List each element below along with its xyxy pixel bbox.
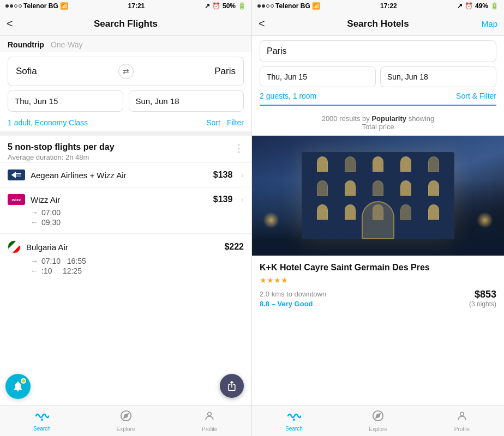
status-bar-right: Telenor BG 📶 17:22 ↗ ⏰ 49% 🔋 [252, 0, 504, 12]
tab-bar-right: Search Explore Profile [252, 405, 504, 436]
flights-count: 5 non-stop flights per day [8, 142, 115, 152]
hotel-price: $853 (3 nights) [469, 289, 496, 308]
tab-search-left[interactable]: Search [0, 406, 84, 436]
destination-city[interactable]: Paris [134, 66, 236, 77]
time-depart-3: 07:10 16:55 [41, 257, 86, 265]
compass-icon-right [372, 410, 384, 425]
left-phone: Telenor BG 📶 17:21 ↗ ⏰ 50% 🔋 < Search Fl… [0, 0, 252, 436]
battery-left: 50% [223, 2, 236, 10]
tab-bar-left: Search Explore Profile [0, 405, 251, 436]
notification-button[interactable] [5, 374, 31, 399]
svg-marker-6 [376, 414, 380, 418]
checkout-date[interactable]: Sun, Jun 18 [380, 66, 496, 87]
hotel-image-inner [252, 136, 504, 256]
map-button[interactable]: Map [482, 19, 497, 28]
tab-explore-label-right: Explore [369, 426, 387, 432]
signal-dots-right [257, 4, 274, 8]
svg-marker-2 [124, 414, 128, 418]
wifi-icon-right: 📶 [312, 2, 320, 10]
filters-row: 1 adult, Economy Class Sort Filter [0, 116, 251, 131]
airline-logo-bulgaria [8, 240, 21, 253]
return-date[interactable]: Sun, Jun 18 [129, 90, 244, 112]
airline-logo-wizz: wizz [8, 194, 25, 205]
flight-times-3: →07:10 16:55 ←:10 12:25 [8, 257, 244, 275]
dot4 [19, 4, 22, 8]
airline-name-3: Bulgaria Air [26, 243, 219, 252]
tab-search-right[interactable]: Search [252, 406, 336, 436]
route-row[interactable]: Sofia ⇄ Paris [8, 57, 244, 86]
filter-buttons: Sort Filter [206, 118, 244, 127]
flight-price-1: $138 [213, 170, 233, 180]
building [302, 152, 454, 239]
hotel-filters-row: 2 guests, 1 room Sort & Filter [260, 92, 496, 106]
checkin-date[interactable]: Thu, Jun 15 [260, 66, 376, 87]
sort-button[interactable]: Sort [206, 118, 220, 127]
tab-profile-right[interactable]: Profile [420, 406, 504, 436]
time-return-3: :10 12:25 [41, 267, 82, 275]
filter-button[interactable]: Filter [227, 118, 244, 127]
tab-profile-left[interactable]: Profile [167, 406, 251, 436]
dot3 [14, 4, 17, 8]
depart-date[interactable]: Thu, Jun 15 [8, 90, 123, 112]
person-icon-right [457, 410, 467, 425]
guests-label[interactable]: 2 guests, 1 room [260, 92, 316, 100]
origin-city[interactable]: Sofia [16, 66, 118, 77]
sort-filter-button[interactable]: Sort & Filter [456, 92, 496, 100]
svg-point-4 [293, 419, 295, 421]
hotel-card[interactable]: K+K Hotel Cayre Saint Germain Des Pres ★… [252, 256, 504, 314]
compass-icon-left [120, 410, 132, 425]
tab-explore-right[interactable]: Explore [336, 406, 420, 436]
person-icon-left [204, 410, 215, 425]
status-right-right: ↗ ⏰ 49% 🔋 [457, 2, 499, 10]
flights-duration: Average duration: 2h 48m [8, 153, 115, 161]
time-depart-2: 07:00 [41, 208, 61, 217]
back-button-left[interactable]: < [7, 17, 13, 30]
tab-explore-label-left: Explore [117, 426, 135, 432]
search-wave-icon-right [287, 410, 301, 424]
airline-logo-aegean [8, 169, 25, 180]
flight-price-2: $139 [213, 195, 233, 204]
swap-button[interactable]: ⇄ [118, 64, 134, 79]
lamp-right [477, 212, 493, 228]
arrow-depart-2: → [31, 208, 38, 217]
back-button-right[interactable]: < [259, 17, 265, 30]
hotel-rating: 8.8 – Very Good [260, 300, 326, 308]
carrier-left: Telenor BG [23, 2, 58, 10]
hotel-distance: 2.0 kms to downtown [260, 290, 326, 298]
city-input[interactable]: Paris [260, 40, 496, 62]
flight-item-3[interactable]: Bulgaria Air $222 →07:10 16:55 ←:10 12:2… [0, 233, 251, 282]
arrow-return-3: ← [31, 267, 38, 275]
oneway-tab[interactable]: One-Way [51, 40, 83, 49]
time-left: 17:21 [128, 2, 145, 10]
time-right: 17:22 [380, 2, 397, 10]
search-wave-icon-left [35, 410, 49, 424]
flight-item-1[interactable]: Aegean Airlines + Wizz Air $138 › [0, 162, 251, 187]
page-title-right: Search Hotels [347, 19, 409, 29]
hotel-dates-row: Thu, Jun 15 Sun, Jun 18 [260, 66, 496, 87]
tab-explore-left[interactable]: Explore [84, 406, 168, 436]
flight-item-2[interactable]: wizz Wizz Air $139 › →07:00 ←09:30 [0, 187, 251, 233]
tab-search-label-right: Search [285, 426, 303, 432]
carrier-right: Telenor BG [275, 2, 310, 10]
status-right-left: ↗ ⏰ 50% 🔋 [205, 2, 246, 10]
flight-times-2: →07:00 ←09:30 [8, 208, 244, 227]
trip-type-bar: Roundtrip One-Way [0, 36, 251, 52]
wifi-icon-left: 📶 [60, 2, 68, 10]
passengers-label[interactable]: 1 adult, Economy Class [8, 118, 88, 127]
dot4r [271, 4, 274, 8]
hotels-list: K+K Hotel Cayre Saint Germain Des Pres ★… [252, 136, 504, 405]
flights-header: 5 non-stop flights per day Average durat… [0, 136, 251, 162]
more-icon[interactable]: ⋮ [234, 142, 244, 154]
location-icon-right: ↗ [457, 2, 463, 10]
status-left-right: Telenor BG 📶 [257, 2, 320, 10]
nav-header-left: < Search Flights [0, 12, 251, 36]
arrow-depart-3: → [31, 257, 38, 265]
dot1 [5, 4, 9, 8]
roundtrip-tab[interactable]: Roundtrip [8, 40, 44, 49]
hotel-stars: ★★★★ [260, 276, 496, 284]
status-bar-left: Telenor BG 📶 17:21 ↗ ⏰ 50% 🔋 [0, 0, 251, 12]
hotel-image [252, 136, 504, 256]
share-button[interactable] [220, 374, 244, 398]
battery-icon-right: 🔋 [490, 2, 499, 10]
hotel-price-nights: (3 nights) [469, 300, 496, 308]
